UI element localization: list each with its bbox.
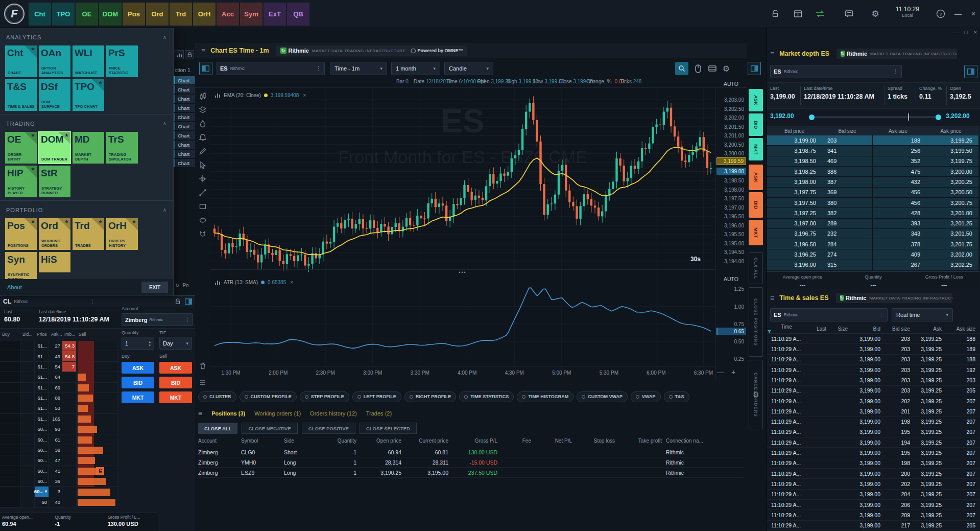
md-menu-icon[interactable]: ≡ [770,50,774,58]
ellipse-tool-icon[interactable] [198,215,208,225]
toolbar-button-sym[interactable]: Sym [240,3,262,26]
buy-bid-button[interactable]: BID [749,113,763,136]
ts-row[interactable]: 11:10:29 A...3,199.001943,199.25207 [767,437,979,448]
profile-button-cluster[interactable]: CLUSTER [198,391,236,402]
dom-ladder-row[interactable]: 61...53 [0,403,118,413]
md-row[interactable]: 3,198.504693523,199.75 [767,156,979,167]
launcher-tile-dsf[interactable]: DSfDOM SURFACE [39,79,70,111]
toolbar-button-oe[interactable]: OE [76,3,98,26]
dom-column-header[interactable]: Buy [0,332,20,337]
profile-button-custom-profile[interactable]: CUSTOM PROFILE [240,391,297,402]
lock-mini-icon[interactable] [185,50,194,59]
launcher-tile-ord[interactable]: ★OrdWORKING ORDERS [39,218,70,250]
atr-remove-icon[interactable]: × [290,280,293,285]
slider-handle-right[interactable] [936,114,941,120]
toolbar-button-acc[interactable]: Acc [217,3,239,26]
sell-mkt-button[interactable]: MKT [749,220,763,245]
slider-handle-left[interactable] [809,114,815,120]
ts-row[interactable]: 11:10:29 A...3,199.002043,199.25207 [767,490,979,500]
md-row[interactable]: 3,197.253824283,201.00 [767,208,979,218]
rect-tool-icon[interactable] [198,201,208,212]
launcher-tile-prs[interactable]: PrSPRICE STATISTIC [106,45,138,77]
ts-row[interactable]: 11:10:29 A...3,199.002063,199.25207 [767,500,979,510]
md-row[interactable]: 3,196.752323433,201.50 [767,229,979,239]
profile-button-left-profile[interactable]: LEFT PROFILE [352,391,401,402]
exit-button[interactable]: EXIT [141,282,168,293]
chart-search-icon[interactable] [675,62,688,75]
sell-mkt-order-button[interactable]: MKT [159,391,192,403]
ts-row[interactable]: 11:10:29 A...3,199.002033,199.25192 [767,365,979,375]
launcher-tile-cht[interactable]: ★ChtCHART [5,45,37,77]
chart-tab[interactable]: Chart [174,141,195,149]
dom-ladder-row[interactable]: 61...69 [0,383,118,393]
toolbar-button-tpo[interactable]: TPO [52,3,75,26]
column-header[interactable]: Account [198,438,241,444]
launcher-tile-wli[interactable]: WLiWATCHLIST [73,45,104,77]
chart-symbol-input[interactable]: ES Rithmic ⋮ [217,62,325,75]
launcher-tile-hip[interactable]: ★HiPHISTORY PLAYER [5,166,37,197]
dom-column-header[interactable]: Bid... [20,332,35,337]
md-row[interactable]: 3,198.253864753,200.00 [767,167,979,177]
launcher-tile-dom[interactable]: ★DOMDOM TRADER [39,132,70,164]
buy-mkt-button[interactable]: MKT [749,138,763,160]
close-negative-button[interactable]: CLOSE NEGATIVE [242,423,297,434]
ts-symbol-input[interactable]: ES Rithmic ⋮ [770,308,888,321]
chart-mini-icon[interactable] [175,50,184,59]
tab-ordershistory[interactable]: Orders history (12) [310,410,357,417]
close-all-button[interactable]: CLOSE ALL [198,423,237,434]
column-header[interactable]: Side [284,438,324,444]
chart-settings-gear-icon[interactable]: ⚙ [720,62,732,75]
profile-settings-gear-icon[interactable]: ⚙ [753,390,759,399]
panel-minimize-icon[interactable]: — [952,29,958,35]
dom-ladder-row[interactable]: 61...4954.8 [0,351,118,361]
toolbar-button-pos[interactable]: Pos [123,3,145,26]
ts-column-header[interactable]: Bid size [880,326,910,332]
sell-bid-order-button[interactable]: BID [159,377,192,388]
dom-ladder-row[interactable]: 61...165 [0,414,118,424]
line-tool-icon[interactable] [198,188,208,198]
md-row[interactable]: 3,197.503804563,200.75 [767,198,979,208]
sell-ask-order-button[interactable]: ASK [159,362,192,374]
md-row[interactable]: 3,197.002893933,201.25 [767,219,979,229]
launcher-tile-trd[interactable]: ★TrdTRADES [73,218,104,250]
lock-icon[interactable] [769,8,781,20]
chart-tab[interactable]: Chart [174,76,195,84]
ts-menu-icon[interactable]: ≡ [770,294,774,302]
ts-row[interactable]: 11:10:29 A...3,199.002023,199.25207 [767,479,979,489]
ts-row[interactable]: 11:10:29 A...3,199.002033,199.25189 [767,344,979,354]
symbol-menu-icon[interactable]: ⋮ [316,65,321,72]
ts-row[interactable]: 11:10:29 A...3,199.002023,199.25207 [767,396,979,406]
collapse-chevron-icon[interactable]: ∧ [163,207,167,213]
dom-column-header[interactable]: Ask... [49,332,62,337]
panel-close-icon[interactable]: × [974,29,977,35]
position-row[interactable]: ZimbergESZ9Long13,190.253,195.00237.50 U… [198,468,744,478]
column-header[interactable]: Net P/L [535,438,576,444]
md-column-header[interactable]: Ask price [923,128,978,134]
dom-ladder-row[interactable]: 61...2754.3 [0,341,118,351]
ts-row[interactable]: 11:10:29 A...3,199.002013,199.25207 [767,406,979,417]
chart-panel-toggle-icon[interactable] [748,62,761,75]
magnet-tool-icon[interactable] [198,229,208,239]
md-row[interactable]: 3,199.002031883,199.25 [767,135,979,146]
quantity-stepper[interactable]: 1▴▾ [122,337,154,350]
md-row[interactable]: 3,196.252744093,202.00 [767,249,979,260]
panel-maximize-icon[interactable]: □ [964,29,968,35]
positions-menu-icon[interactable]: ≡ [198,409,202,418]
bell-tool-icon[interactable] [198,132,208,143]
md-row[interactable]: 3,196.003152673,202.25 [767,260,979,270]
close-positions-button[interactable]: CLOSE POSITIONS [749,287,763,357]
column-header[interactable]: Stop loss [576,438,619,444]
app-logo-icon[interactable]: F [4,4,25,24]
dom-ladder-row[interactable]: 60...47 [0,455,118,466]
dom-ladder-row[interactable]: 61...64 [0,372,118,382]
profile-button-vwap[interactable]: VWAP [631,391,661,402]
profile-button-custom-vwap[interactable]: CUSTOM VWAP [577,391,628,402]
md-row[interactable]: 3,196.502843783,201.75 [767,239,979,249]
launcher-tile-trs[interactable]: TrSTRADING SIMULATOR [106,132,138,164]
chart-tab[interactable]: Chart [174,159,195,167]
positions-tab-stub[interactable]: Po [182,283,188,288]
crosshair-tool-icon[interactable] [198,174,208,184]
toolbar-button-cht[interactable]: Cht [29,3,51,26]
settings-gear-icon[interactable]: ⚙ [869,8,881,20]
launcher-tile-md[interactable]: MDMARKET DEPTH [73,132,104,164]
